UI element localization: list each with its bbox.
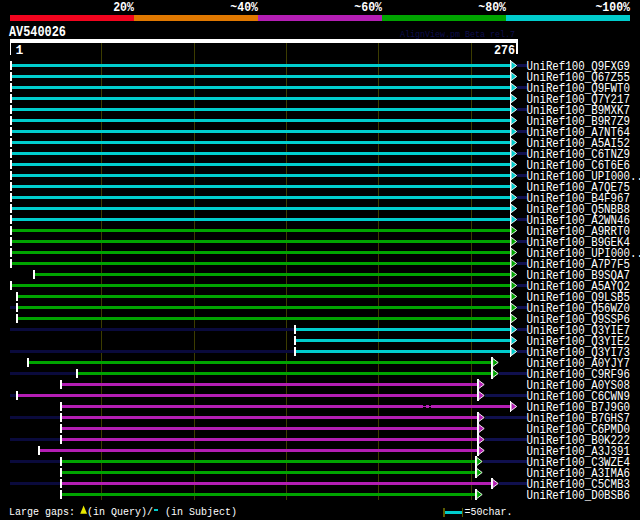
svg-text:(in Subject): (in Subject) — [165, 506, 237, 518]
svg-text:~100%: ~100% — [595, 1, 630, 15]
svg-text:UniRef100_D0BSB6: UniRef100_D0BSB6 — [527, 489, 631, 503]
svg-text:Large gaps:: Large gaps: — [9, 506, 75, 518]
svg-text:AV540026: AV540026 — [9, 24, 66, 40]
svg-text:276: 276 — [494, 43, 515, 58]
svg-text:1: 1 — [16, 43, 24, 58]
svg-text:~60%: ~60% — [354, 1, 382, 15]
svg-text:=50char.: =50char. — [465, 506, 513, 518]
svg-text:AlignView.pm Beta rel.7: AlignView.pm Beta rel.7 — [400, 30, 515, 40]
svg-text:20%: 20% — [113, 1, 134, 15]
svg-text:~40%: ~40% — [230, 1, 258, 15]
svg-text:~80%: ~80% — [478, 1, 506, 15]
svg-text:(in Query)/: (in Query)/ — [87, 506, 153, 518]
